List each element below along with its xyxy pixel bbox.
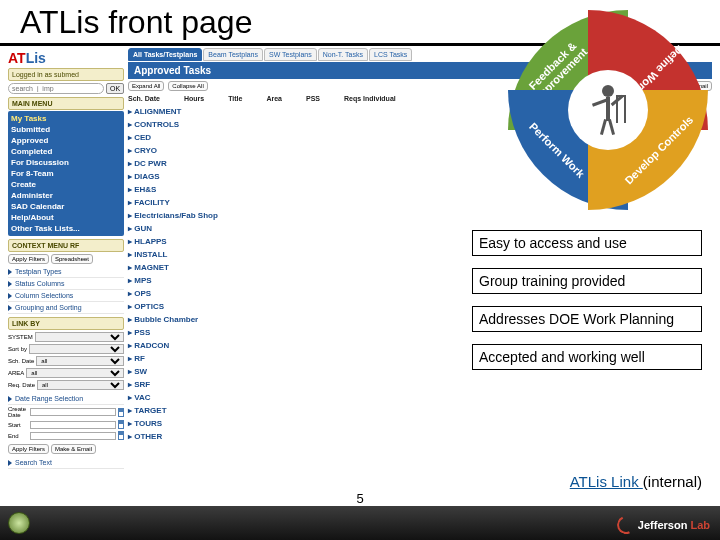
sidebar-item-approved[interactable]: Approved bbox=[11, 135, 121, 146]
chevron-right-icon bbox=[8, 293, 12, 299]
tab[interactable]: SW Testplans bbox=[264, 48, 317, 61]
calendar-icon[interactable] bbox=[118, 420, 124, 429]
sidebar-item-other-task-lists-[interactable]: Other Task Lists... bbox=[11, 223, 121, 234]
badge-icon bbox=[8, 512, 30, 534]
collapse-all-button[interactable]: Collapse All bbox=[168, 81, 207, 91]
category-row[interactable]: ▸ OTHER bbox=[128, 430, 712, 443]
date-row: Create Date bbox=[8, 405, 124, 419]
footer-bar: Jefferson Lab bbox=[0, 506, 720, 540]
context-item[interactable]: Column Selections bbox=[8, 290, 124, 302]
bullet-box: Addresses DOE Work Planning bbox=[472, 306, 702, 332]
work-cycle-diagram: Feedback & Improvement Define Work Perfo… bbox=[508, 10, 708, 210]
column-header: Reqs Individual bbox=[344, 95, 396, 102]
bullet-box: Easy to access and use bbox=[472, 230, 702, 256]
worker-icon bbox=[588, 85, 628, 135]
logo-red: AT bbox=[8, 50, 26, 66]
calendar-icon[interactable] bbox=[118, 408, 124, 417]
main-menu-header: MAIN MENU bbox=[8, 97, 124, 110]
expand-all-button[interactable]: Expand All bbox=[128, 81, 164, 91]
filter-row: Req. Dateall bbox=[8, 379, 124, 391]
page-number: 5 bbox=[356, 491, 363, 506]
column-header: Sch. Date bbox=[128, 95, 160, 102]
chevron-right-icon bbox=[8, 305, 12, 311]
column-header: PSS bbox=[306, 95, 320, 102]
apply-filters-button-2[interactable]: Apply Filters bbox=[8, 444, 49, 454]
calendar-icon[interactable] bbox=[118, 431, 124, 440]
context-item[interactable]: Status Columns bbox=[8, 278, 124, 290]
jlab-logo: Jefferson Lab bbox=[617, 516, 710, 534]
date-input[interactable] bbox=[30, 421, 116, 429]
date-row: End bbox=[8, 430, 124, 441]
system-label: SYSTEM bbox=[8, 334, 33, 340]
category-row[interactable]: ▸ SRF bbox=[128, 378, 712, 391]
chevron-right-icon bbox=[8, 269, 12, 275]
apply-filters-button[interactable]: Apply Filters bbox=[8, 254, 49, 264]
sidebar-item-for-discussion[interactable]: For Discussion bbox=[11, 157, 121, 168]
sidebar-item-administer[interactable]: Administer bbox=[11, 190, 121, 201]
make-email-button[interactable]: Make & Email bbox=[51, 444, 96, 454]
tab[interactable]: Beam Testplans bbox=[203, 48, 263, 61]
filter-row: Sch. Dateall bbox=[8, 355, 124, 367]
date-range-toggle[interactable]: Date Range Selection bbox=[15, 395, 83, 402]
category-row[interactable]: ▸ TARGET bbox=[128, 404, 712, 417]
sidebar-item-help-about[interactable]: Help/About bbox=[11, 212, 121, 223]
sidebar-item-create[interactable]: Create bbox=[11, 179, 121, 190]
filter-select[interactable]: all bbox=[37, 380, 124, 390]
category-row[interactable]: ▸ VAC bbox=[128, 391, 712, 404]
sortby-select[interactable] bbox=[29, 344, 124, 354]
tab[interactable]: LCS Tasks bbox=[369, 48, 412, 61]
chevron-right-icon bbox=[8, 396, 12, 402]
login-status: Logged in as submed bbox=[8, 68, 124, 81]
logo-blue: Lis bbox=[26, 50, 46, 66]
category-row[interactable]: ▸ TOURS bbox=[128, 417, 712, 430]
category-row[interactable]: ▸ Electricians/Fab Shop bbox=[128, 209, 712, 222]
sidebar: ATLis Logged in as submed OK MAIN MENU M… bbox=[8, 48, 124, 469]
jlab-arc-icon bbox=[614, 513, 637, 536]
logo: ATLis bbox=[8, 48, 124, 68]
tab[interactable]: All Tasks/Testplans bbox=[128, 48, 202, 61]
context-menu-header: CONTEXT MENU RF bbox=[8, 239, 124, 252]
sidebar-item-completed[interactable]: Completed bbox=[11, 146, 121, 157]
main-menu: My TasksSubmittedApprovedCompletedFor Di… bbox=[8, 111, 124, 236]
search-ok-button[interactable]: OK bbox=[106, 83, 124, 94]
atlis-link[interactable]: ATLis Link (internal) bbox=[570, 473, 702, 490]
spreadsheet-button[interactable]: Spreadsheet bbox=[51, 254, 93, 264]
link-by-header: LINK BY bbox=[8, 317, 124, 330]
context-item[interactable]: Grouping and Sorting bbox=[8, 302, 124, 314]
sidebar-item-for-team[interactable]: For 8-Team bbox=[11, 168, 121, 179]
system-select[interactable] bbox=[35, 332, 124, 342]
context-item[interactable]: Testplan Types bbox=[8, 266, 124, 278]
wheel-center bbox=[568, 70, 648, 150]
tab[interactable]: Non-T. Tasks bbox=[318, 48, 368, 61]
chevron-right-icon bbox=[8, 281, 12, 287]
date-row: Start bbox=[8, 419, 124, 430]
column-header: Title bbox=[228, 95, 242, 102]
filter-select[interactable]: all bbox=[26, 368, 124, 378]
filter-row: AREAall bbox=[8, 367, 124, 379]
bullet-box: Accepted and working well bbox=[472, 344, 702, 370]
bullet-boxes: Easy to access and useGroup training pro… bbox=[472, 230, 702, 370]
date-input[interactable] bbox=[30, 408, 116, 416]
search-text-toggle[interactable]: Search Text bbox=[15, 459, 52, 466]
date-input[interactable] bbox=[30, 432, 116, 440]
filter-select[interactable]: all bbox=[36, 356, 124, 366]
sidebar-item-submitted[interactable]: Submitted bbox=[11, 124, 121, 135]
column-header: Hours bbox=[184, 95, 204, 102]
bullet-box: Group training provided bbox=[472, 268, 702, 294]
chevron-right-icon bbox=[8, 460, 12, 466]
sidebar-item-sad-calendar[interactable]: SAD Calendar bbox=[11, 201, 121, 212]
sidebar-item-my-tasks[interactable]: My Tasks bbox=[11, 113, 121, 124]
column-header: Area bbox=[266, 95, 282, 102]
sortby-label: Sort by bbox=[8, 346, 27, 352]
search-input[interactable] bbox=[8, 83, 104, 94]
